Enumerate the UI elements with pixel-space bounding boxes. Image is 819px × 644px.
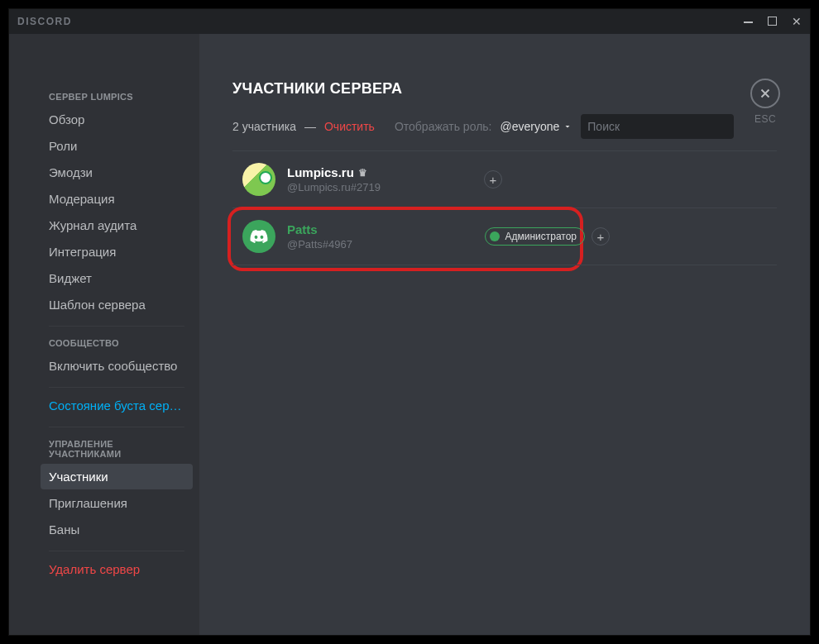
member-roles: Администратор + <box>485 227 767 246</box>
settings-sidebar: СЕРВЕР LUMPICS Обзор Роли Эмодзи Модерац… <box>34 34 199 635</box>
role-filter-select[interactable]: @everyone <box>500 120 572 133</box>
content-area: ESC УЧАСТНИКИ СЕРВЕРА 2 участника — Очис… <box>199 34 810 635</box>
sidebar-divider <box>49 427 184 427</box>
close-icon <box>758 86 773 101</box>
role-filter-value: @everyone <box>500 120 559 133</box>
sidebar-item-boost-status[interactable]: Состояние буста серв... <box>41 393 193 418</box>
sidebar-item-bans[interactable]: Баны <box>41 517 193 542</box>
window-controls: ✕ <box>744 15 802 28</box>
search-box[interactable] <box>581 114 734 139</box>
sidebar-item-enable-community[interactable]: Включить сообщество <box>41 353 193 379</box>
avatar <box>242 163 275 196</box>
clear-link[interactable]: Очистить <box>324 120 375 133</box>
member-roles: + <box>484 170 767 188</box>
member-name: Patts <box>287 222 352 236</box>
search-input[interactable] <box>587 120 732 133</box>
member-info: Lumpics.ru ♛ @Lumpics.ru#2719 <box>287 165 381 193</box>
sidebar-heading-server: СЕРВЕР LUMPICS <box>41 87 193 107</box>
titlebar: DISCORD ✕ <box>9 9 810 34</box>
window-close-button[interactable]: ✕ <box>792 15 802 28</box>
sidebar-item-roles[interactable]: Роли <box>41 133 193 159</box>
separator-dash: — <box>304 120 316 133</box>
sidebar-item-audit-log[interactable]: Журнал аудита <box>41 212 193 238</box>
filter-row: 2 участника — Очистить Отображать роль: … <box>232 114 777 139</box>
member-count: 2 участника <box>232 120 296 133</box>
sidebar-item-invites[interactable]: Приглашения <box>41 490 193 516</box>
titlebar-brand: DISCORD <box>17 16 72 27</box>
sidebar-divider <box>49 326 184 327</box>
sidebar-divider <box>49 387 184 388</box>
member-name: Lumpics.ru ♛ <box>287 165 381 179</box>
esc-label: ESC <box>750 113 780 125</box>
close-esc-group: ESC <box>750 79 780 125</box>
member-tag: @Patts#4967 <box>287 238 352 250</box>
window-maximize-button[interactable] <box>768 15 777 28</box>
add-role-button[interactable]: + <box>592 227 610 246</box>
member-tag: @Lumpics.ru#2719 <box>287 181 381 193</box>
sidebar-item-members[interactable]: Участники <box>41 464 193 489</box>
member-info: Patts @Patts#4967 <box>287 222 352 250</box>
sidebar-divider <box>49 551 184 551</box>
role-filter-label: Отображать роль: <box>395 120 492 133</box>
sidebar-item-moderation[interactable]: Модерация <box>41 186 193 212</box>
discord-logo-icon <box>249 227 269 246</box>
member-row[interactable]: Lumpics.ru ♛ @Lumpics.ru#2719 + <box>232 151 777 208</box>
sidebar-item-emoji[interactable]: Эмодзи <box>41 160 193 185</box>
window-minimize-button[interactable] <box>744 15 753 28</box>
close-button[interactable] <box>750 79 780 108</box>
crown-icon: ♛ <box>358 167 367 179</box>
sidebar-heading-user-mgmt: УПРАВЛЕНИЕ УЧАСТНИКАМИ <box>41 434 193 464</box>
sidebar-item-overview[interactable]: Обзор <box>41 107 193 132</box>
role-chip[interactable]: Администратор <box>485 227 585 246</box>
sidebar-gutter <box>9 34 34 635</box>
role-color-dot <box>490 231 500 241</box>
member-name-text: Lumpics.ru <box>287 165 354 179</box>
member-row[interactable]: Patts @Patts#4967 Администратор + <box>232 208 777 265</box>
sidebar-item-delete-server[interactable]: Удалить сервер <box>41 556 193 582</box>
member-name-text: Patts <box>287 222 318 236</box>
app-window: DISCORD ✕ СЕРВЕР LUMPICS Обзор Роли Эмод… <box>8 8 811 636</box>
sidebar-item-integrations[interactable]: Интеграция <box>41 239 193 265</box>
role-chip-label: Администратор <box>505 231 577 242</box>
sidebar-heading-community: СООБЩЕСТВО <box>41 333 193 353</box>
chevron-down-icon <box>563 122 572 131</box>
add-role-button[interactable]: + <box>484 170 502 188</box>
avatar <box>242 220 275 253</box>
sidebar-item-template[interactable]: Шаблон сервера <box>41 292 193 317</box>
sidebar-item-widget[interactable]: Виджет <box>41 265 193 291</box>
page-title: УЧАСТНИКИ СЕРВЕРА <box>232 80 777 98</box>
